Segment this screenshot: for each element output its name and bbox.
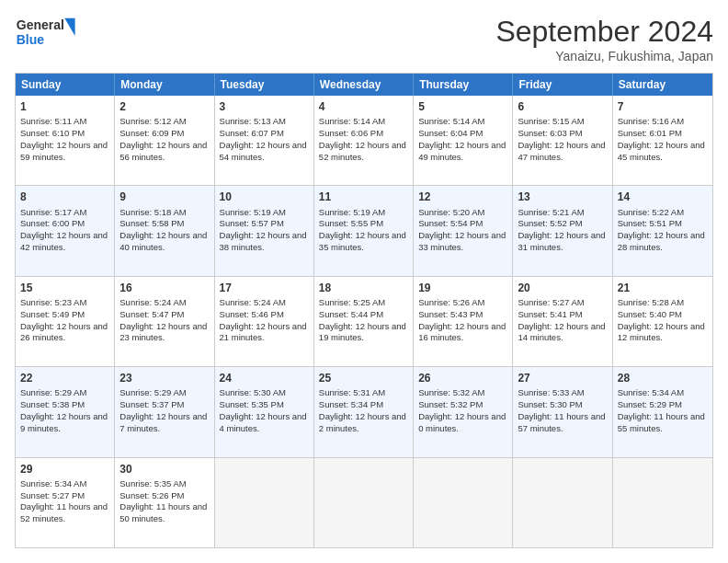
day-number: 21 <box>618 281 708 295</box>
sunrise-label: Sunrise: 5:26 AMSunset: 5:43 PMDaylight:… <box>418 297 506 342</box>
day-number: 23 <box>119 371 209 385</box>
calendar-cell <box>513 458 612 547</box>
logo: GeneralBlue <box>15 15 79 52</box>
sunrise-label: Sunrise: 5:24 AMSunset: 5:47 PMDaylight:… <box>119 297 207 342</box>
day-number: 10 <box>220 190 309 204</box>
calendar-row: 1Sunrise: 5:11 AMSunset: 6:10 PMDaylight… <box>16 96 712 185</box>
calendar-cell: 16Sunrise: 5:24 AMSunset: 5:47 PMDayligh… <box>115 277 214 366</box>
sunrise-label: Sunrise: 5:23 AMSunset: 5:49 PMDaylight:… <box>20 297 108 342</box>
calendar-cell: 24Sunrise: 5:30 AMSunset: 5:35 PMDayligh… <box>215 367 314 456</box>
calendar: Sunday Monday Tuesday Wednesday Thursday… <box>15 73 713 548</box>
calendar-cell: 5Sunrise: 5:14 AMSunset: 6:04 PMDaylight… <box>414 96 513 185</box>
calendar-cell: 15Sunrise: 5:23 AMSunset: 5:49 PMDayligh… <box>16 277 115 366</box>
day-number: 4 <box>319 99 408 114</box>
sunrise-label: Sunrise: 5:15 AMSunset: 6:03 PMDaylight:… <box>518 116 605 161</box>
calendar-cell: 18Sunrise: 5:25 AMSunset: 5:44 PMDayligh… <box>314 277 414 366</box>
calendar-cell: 19Sunrise: 5:26 AMSunset: 5:43 PMDayligh… <box>414 277 513 366</box>
sunrise-label: Sunrise: 5:34 AMSunset: 5:27 PMDaylight:… <box>20 478 108 523</box>
calendar-header: Sunday Monday Tuesday Wednesday Thursday… <box>16 74 712 96</box>
sunrise-label: Sunrise: 5:13 AMSunset: 6:07 PMDaylight:… <box>220 116 307 161</box>
calendar-cell: 21Sunrise: 5:28 AMSunset: 5:40 PMDayligh… <box>613 277 712 366</box>
calendar-cell: 29Sunrise: 5:34 AMSunset: 5:27 PMDayligh… <box>16 458 115 547</box>
month-title: September 2024 <box>495 15 713 49</box>
sunrise-label: Sunrise: 5:18 AMSunset: 5:58 PMDaylight:… <box>119 207 207 252</box>
sunrise-label: Sunrise: 5:31 AMSunset: 5:34 PMDaylight:… <box>319 387 406 432</box>
svg-marker-2 <box>64 18 74 36</box>
page: GeneralBlue September 2024 Yanaizu, Fuku… <box>0 0 728 563</box>
header: GeneralBlue September 2024 Yanaizu, Fuku… <box>15 15 713 63</box>
calendar-cell: 22Sunrise: 5:29 AMSunset: 5:38 PMDayligh… <box>16 367 115 456</box>
calendar-cell: 13Sunrise: 5:21 AMSunset: 5:52 PMDayligh… <box>513 186 612 275</box>
calendar-cell: 25Sunrise: 5:31 AMSunset: 5:34 PMDayligh… <box>314 367 414 456</box>
calendar-cell: 3Sunrise: 5:13 AMSunset: 6:07 PMDaylight… <box>215 96 314 185</box>
svg-text:Blue: Blue <box>17 32 45 47</box>
sunrise-label: Sunrise: 5:32 AMSunset: 5:32 PMDaylight:… <box>418 387 506 432</box>
sunrise-label: Sunrise: 5:25 AMSunset: 5:44 PMDaylight:… <box>319 297 406 342</box>
day-number: 20 <box>518 281 607 295</box>
day-number: 19 <box>418 281 507 295</box>
sunrise-label: Sunrise: 5:28 AMSunset: 5:40 PMDaylight:… <box>618 297 705 342</box>
day-number: 24 <box>220 371 309 385</box>
day-number: 16 <box>119 281 209 295</box>
calendar-cell: 23Sunrise: 5:29 AMSunset: 5:37 PMDayligh… <box>115 367 214 456</box>
day-number: 15 <box>20 281 109 295</box>
sunrise-label: Sunrise: 5:29 AMSunset: 5:37 PMDaylight:… <box>119 387 207 432</box>
day-number: 2 <box>119 99 209 114</box>
calendar-body: 1Sunrise: 5:11 AMSunset: 6:10 PMDaylight… <box>16 96 712 547</box>
sunrise-label: Sunrise: 5:14 AMSunset: 6:06 PMDaylight:… <box>319 116 406 161</box>
title-area: September 2024 Yanaizu, Fukushima, Japan <box>495 15 713 63</box>
day-number: 11 <box>319 190 408 204</box>
calendar-cell: 30Sunrise: 5:35 AMSunset: 5:26 PMDayligh… <box>115 458 214 547</box>
calendar-cell: 2Sunrise: 5:12 AMSunset: 6:09 PMDaylight… <box>115 96 214 185</box>
weekday-wednesday: Wednesday <box>314 74 414 96</box>
calendar-cell: 28Sunrise: 5:34 AMSunset: 5:29 PMDayligh… <box>613 367 712 456</box>
sunrise-label: Sunrise: 5:19 AMSunset: 5:55 PMDaylight:… <box>319 207 406 252</box>
sunrise-label: Sunrise: 5:24 AMSunset: 5:46 PMDaylight:… <box>220 297 307 342</box>
day-number: 14 <box>618 190 708 204</box>
calendar-row: 22Sunrise: 5:29 AMSunset: 5:38 PMDayligh… <box>16 366 712 456</box>
calendar-cell: 14Sunrise: 5:22 AMSunset: 5:51 PMDayligh… <box>613 186 712 275</box>
day-number: 29 <box>20 462 109 477</box>
svg-text:General: General <box>17 17 64 32</box>
sunrise-label: Sunrise: 5:20 AMSunset: 5:54 PMDaylight:… <box>418 207 506 252</box>
calendar-cell <box>414 458 513 547</box>
day-number: 13 <box>518 190 607 204</box>
day-number: 25 <box>319 371 408 385</box>
calendar-cell <box>314 458 414 547</box>
calendar-row: 15Sunrise: 5:23 AMSunset: 5:49 PMDayligh… <box>16 276 712 366</box>
sunrise-label: Sunrise: 5:12 AMSunset: 6:09 PMDaylight:… <box>119 116 207 161</box>
calendar-cell: 6Sunrise: 5:15 AMSunset: 6:03 PMDaylight… <box>513 96 612 185</box>
calendar-cell: 11Sunrise: 5:19 AMSunset: 5:55 PMDayligh… <box>314 186 414 275</box>
sunrise-label: Sunrise: 5:14 AMSunset: 6:04 PMDaylight:… <box>418 116 506 161</box>
day-number: 7 <box>618 99 708 114</box>
calendar-cell: 9Sunrise: 5:18 AMSunset: 5:58 PMDaylight… <box>115 186 214 275</box>
day-number: 30 <box>119 462 209 477</box>
sunrise-label: Sunrise: 5:34 AMSunset: 5:29 PMDaylight:… <box>618 387 705 432</box>
day-number: 1 <box>20 99 109 114</box>
calendar-cell: 17Sunrise: 5:24 AMSunset: 5:46 PMDayligh… <box>215 277 314 366</box>
day-number: 3 <box>220 99 309 114</box>
sunrise-label: Sunrise: 5:22 AMSunset: 5:51 PMDaylight:… <box>618 207 705 252</box>
calendar-cell: 10Sunrise: 5:19 AMSunset: 5:57 PMDayligh… <box>215 186 314 275</box>
weekday-monday: Monday <box>115 74 214 96</box>
sunrise-label: Sunrise: 5:11 AMSunset: 6:10 PMDaylight:… <box>20 116 108 161</box>
sunrise-label: Sunrise: 5:33 AMSunset: 5:30 PMDaylight:… <box>518 387 605 432</box>
sunrise-label: Sunrise: 5:35 AMSunset: 5:26 PMDaylight:… <box>119 478 207 523</box>
sunrise-label: Sunrise: 5:17 AMSunset: 6:00 PMDaylight:… <box>20 207 108 252</box>
sunrise-label: Sunrise: 5:16 AMSunset: 6:01 PMDaylight:… <box>618 116 705 161</box>
weekday-saturday: Saturday <box>613 74 712 96</box>
logo-icon: GeneralBlue <box>15 15 79 52</box>
calendar-cell: 1Sunrise: 5:11 AMSunset: 6:10 PMDaylight… <box>16 96 115 185</box>
day-number: 6 <box>518 99 607 114</box>
location: Yanaizu, Fukushima, Japan <box>495 49 713 63</box>
day-number: 9 <box>119 190 209 204</box>
day-number: 26 <box>418 371 507 385</box>
day-number: 22 <box>20 371 109 385</box>
calendar-cell: 27Sunrise: 5:33 AMSunset: 5:30 PMDayligh… <box>513 367 612 456</box>
weekday-tuesday: Tuesday <box>215 74 314 96</box>
calendar-cell <box>613 458 712 547</box>
day-number: 5 <box>418 99 507 114</box>
calendar-cell: 20Sunrise: 5:27 AMSunset: 5:41 PMDayligh… <box>513 277 612 366</box>
sunrise-label: Sunrise: 5:30 AMSunset: 5:35 PMDaylight:… <box>220 387 307 432</box>
calendar-cell: 7Sunrise: 5:16 AMSunset: 6:01 PMDaylight… <box>613 96 712 185</box>
